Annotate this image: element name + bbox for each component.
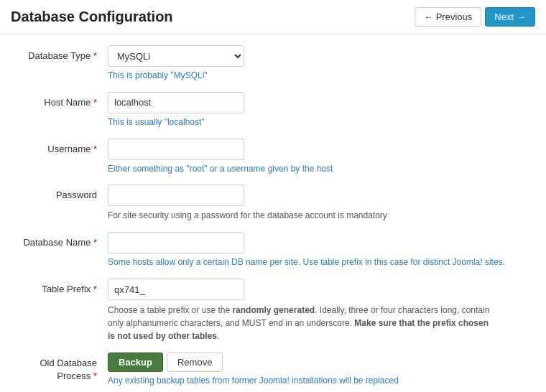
next-label: Next — [494, 11, 514, 22]
required-star: * — [93, 237, 97, 248]
previous-icon: ← — [424, 11, 433, 22]
required-star: * — [93, 50, 97, 61]
required-star: * — [93, 370, 97, 381]
label-old-db-process: Old Database Process * — [14, 353, 108, 383]
field-host-name: Host Name * This is usually "localhost" — [14, 92, 532, 129]
field-db-type: Database Type * MySQLi MySQL PDO MySQL T… — [14, 45, 532, 82]
next-icon: → — [517, 11, 526, 22]
field-password: Password For site security using a passw… — [14, 185, 532, 222]
hint-db-name: Some hosts allow only a certain DB name … — [108, 256, 532, 269]
next-button[interactable]: Next → — [485, 7, 535, 27]
control-username: Either something as "root" or a username… — [108, 139, 532, 175]
field-table-prefix: Table Prefix * Choose a table prefix or … — [14, 279, 532, 342]
control-table-prefix: Choose a table prefix or use the randoml… — [108, 279, 532, 342]
input-username[interactable] — [108, 139, 244, 160]
label-db-type: Database Type * — [14, 45, 108, 62]
control-old-db-process: Backup Remove Any existing backup tables… — [108, 353, 532, 387]
required-star: * — [93, 144, 97, 154]
label-host-name: Host Name * — [14, 92, 108, 109]
label-db-name: Database Name * — [14, 232, 108, 249]
form-body: Database Type * MySQLi MySQL PDO MySQL T… — [0, 34, 546, 392]
remove-button[interactable]: Remove — [167, 353, 223, 372]
label-password: Password — [14, 185, 108, 202]
label-table-prefix: Table Prefix * — [14, 279, 108, 296]
control-db-name: Some hosts allow only a certain DB name … — [108, 232, 532, 269]
field-old-db-process: Old Database Process * Backup Remove Any… — [14, 353, 532, 387]
field-db-name: Database Name * Some hosts allow only a … — [14, 232, 532, 269]
control-host-name: This is usually "localhost" — [108, 92, 532, 129]
old-db-buttons: Backup Remove — [108, 353, 532, 372]
hint-password: For site security using a password for t… — [108, 209, 510, 222]
input-table-prefix[interactable] — [108, 279, 244, 300]
hint-username: Either something as "root" or a username… — [108, 163, 532, 175]
input-password[interactable] — [108, 185, 244, 206]
required-star: * — [93, 97, 97, 108]
control-password: For site security using a password for t… — [108, 185, 532, 222]
control-db-type: MySQLi MySQL PDO MySQL This is probably … — [108, 45, 532, 82]
previous-label: Previous — [436, 11, 473, 22]
hint-table-prefix: Choose a table prefix or use the randoml… — [108, 304, 496, 342]
input-db-name[interactable] — [108, 232, 244, 253]
required-star: * — [93, 284, 97, 294]
previous-button[interactable]: ← Previous — [415, 7, 482, 27]
select-db-type[interactable]: MySQLi MySQL PDO MySQL — [108, 45, 244, 67]
page-title: Database Configuration — [11, 9, 173, 25]
hint-db-type: This is probably "MySQLi" — [108, 70, 532, 82]
field-username: Username * Either something as "root" or… — [14, 139, 532, 175]
nav-buttons: ← Previous Next → — [415, 7, 535, 27]
input-host-name[interactable] — [108, 92, 244, 113]
backup-button[interactable]: Backup — [108, 353, 163, 372]
hint-old-db-process: Any existing backup tables from former J… — [108, 375, 532, 387]
label-username: Username * — [14, 139, 108, 156]
hint-host-name: This is usually "localhost" — [108, 116, 532, 129]
